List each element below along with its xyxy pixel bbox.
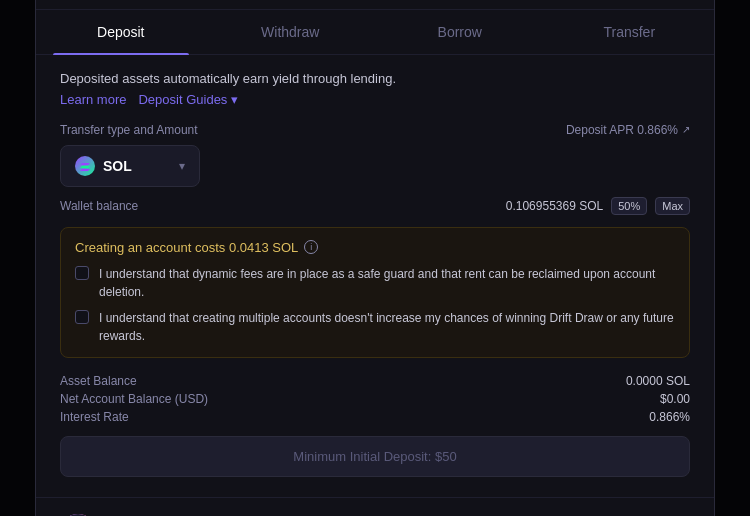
modal-header: Manage Balances ×: [36, 0, 714, 10]
token-select[interactable]: SOL ▾: [60, 145, 200, 187]
info-icon[interactable]: i: [304, 240, 318, 254]
wallet-balance-row: Wallet balance 0.106955369 SOL 50% Max: [60, 197, 690, 215]
interest-rate-label: Interest Rate: [60, 410, 129, 424]
chevron-down-icon: ▾: [231, 92, 238, 107]
tab-transfer[interactable]: Transfer: [545, 10, 715, 54]
checkbox-row-2: I understand that creating multiple acco…: [75, 309, 675, 345]
checkbox-row-1: I understand that dynamic fees are in pl…: [75, 265, 675, 301]
checkbox-2[interactable]: [75, 310, 89, 324]
net-balance-label: Net Account Balance (USD): [60, 392, 208, 406]
fifty-percent-button[interactable]: 50%: [611, 197, 647, 215]
transfer-section-row: Transfer type and Amount Deposit APR 0.8…: [60, 123, 690, 137]
tabs-container: Deposit Withdraw Borrow Transfer: [36, 10, 714, 55]
info-text: Deposited assets automatically earn yiel…: [60, 71, 690, 86]
tab-deposit[interactable]: Deposit: [36, 10, 206, 54]
token-name: SOL: [103, 158, 171, 174]
manage-balances-modal: Manage Balances × Deposit Withdraw Borro…: [35, 0, 715, 516]
deposit-button[interactable]: Minimum Initial Deposit: $50: [60, 436, 690, 477]
asset-balance-label: Asset Balance: [60, 374, 137, 388]
tab-withdraw[interactable]: Withdraw: [206, 10, 376, 54]
apr-label: Deposit APR 0.866% ↗: [566, 123, 690, 137]
info-links: Learn more Deposit Guides ▾: [60, 92, 690, 107]
asset-balance-value: 0.0000 SOL: [626, 374, 690, 388]
net-balance-row: Net Account Balance (USD) $0.00: [60, 392, 690, 406]
deposit-guides-link[interactable]: Deposit Guides ▾: [138, 92, 238, 107]
sol-icon: [75, 156, 95, 176]
modal-overlay: Manage Balances × Deposit Withdraw Borro…: [0, 0, 750, 516]
wallet-amount-group: 0.106955369 SOL 50% Max: [506, 197, 690, 215]
bridge-row[interactable]: Swap or bridge to deposit funds from ano…: [36, 497, 714, 517]
net-balance-value: $0.00: [660, 392, 690, 406]
max-button[interactable]: Max: [655, 197, 690, 215]
interest-rate-row: Interest Rate 0.866%: [60, 410, 690, 424]
asset-balance-row: Asset Balance 0.0000 SOL: [60, 374, 690, 388]
learn-more-link[interactable]: Learn more: [60, 92, 126, 107]
modal-body: Deposited assets automatically earn yiel…: [36, 55, 714, 493]
tab-borrow[interactable]: Borrow: [375, 10, 545, 54]
warning-title: Creating an account costs 0.0413 SOL i: [75, 240, 675, 255]
wallet-label: Wallet balance: [60, 199, 138, 213]
stats-section: Asset Balance 0.0000 SOL Net Account Bal…: [60, 374, 690, 424]
checkbox-label-1: I understand that dynamic fees are in pl…: [99, 265, 675, 301]
wallet-amount-value: 0.106955369 SOL: [506, 199, 603, 213]
checkbox-label-2: I understand that creating multiple acco…: [99, 309, 675, 345]
transfer-label: Transfer type and Amount: [60, 123, 198, 137]
warning-box: Creating an account costs 0.0413 SOL i I…: [60, 227, 690, 358]
external-link-icon: ↗: [682, 124, 690, 135]
checkbox-1[interactable]: [75, 266, 89, 280]
interest-rate-value: 0.866%: [649, 410, 690, 424]
chevron-down-icon: ▾: [179, 159, 185, 173]
